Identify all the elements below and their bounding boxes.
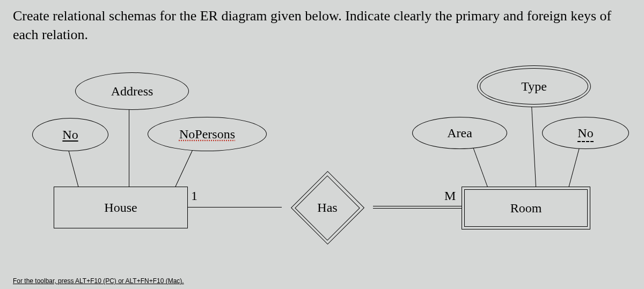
attr-house-no: No	[32, 118, 108, 151]
attr-room-area: Area	[412, 117, 507, 149]
attr-room-no: No	[542, 117, 629, 149]
entity-room: Room	[462, 187, 590, 229]
attr-house-nopersons: NoPersons	[148, 117, 267, 151]
line-no-room	[568, 146, 580, 190]
attr-label: No	[577, 126, 593, 140]
er-canvas: No Address NoPersons Area Type No House …	[0, 0, 644, 289]
line-no-house	[67, 146, 79, 190]
attr-house-address: Address	[75, 72, 189, 110]
attr-label: Type	[521, 79, 547, 94]
toolbar-hint: For the toolbar, press ALT+F10 (PC) or A…	[13, 277, 184, 285]
attr-label: Address	[111, 84, 153, 99]
entity-house: House	[54, 187, 188, 228]
line-type-room	[531, 105, 536, 188]
line-nopersons-house	[173, 148, 194, 192]
entity-label: Room	[510, 201, 542, 216]
relationship-has: Has	[266, 172, 389, 244]
cardinality-left: 1	[191, 189, 197, 203]
entity-label: House	[104, 201, 137, 215]
attr-label: No	[62, 128, 78, 142]
attr-label: NoPersons	[179, 127, 235, 142]
line-area-room	[472, 146, 488, 189]
relationship-label: Has	[317, 201, 337, 215]
attr-label: Area	[447, 126, 472, 140]
line-address-house	[129, 107, 129, 188]
partial-key-text: No	[577, 126, 593, 142]
cardinality-right: M	[444, 189, 456, 203]
attr-room-type: Type	[480, 69, 588, 104]
